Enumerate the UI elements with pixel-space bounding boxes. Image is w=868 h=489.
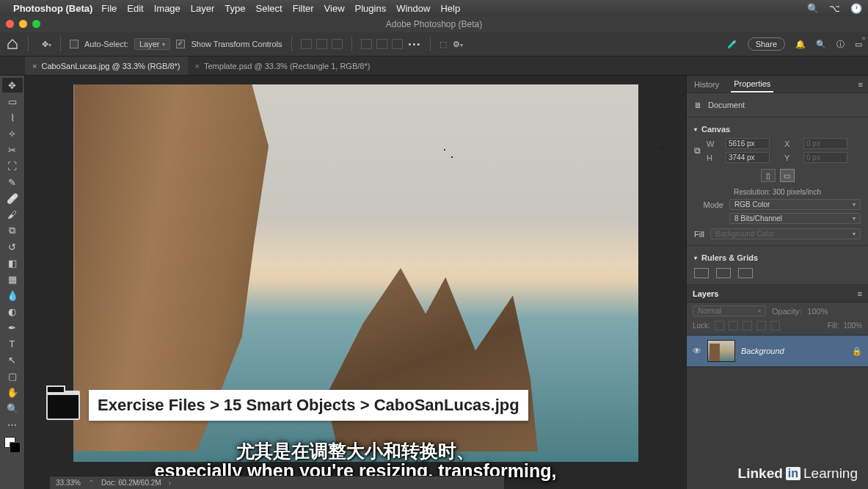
- lasso-tool[interactable]: ⌇: [2, 110, 23, 125]
- blend-mode-select[interactable]: Normal▾: [693, 305, 766, 316]
- doc-info[interactable]: Doc: 60.2M/60.2M: [101, 479, 161, 487]
- align-left-icon[interactable]: [301, 39, 312, 49]
- chevron-down-icon[interactable]: ▾: [694, 126, 697, 133]
- stamp-tool[interactable]: ⧉: [2, 223, 23, 238]
- tab-history[interactable]: History: [691, 77, 722, 92]
- menu-window[interactable]: Window: [396, 3, 430, 14]
- menu-edit[interactable]: Edit: [127, 3, 143, 14]
- portrait-button[interactable]: ▯: [761, 169, 776, 182]
- crop-tool[interactable]: ✂: [2, 142, 23, 157]
- align-right-icon[interactable]: [332, 39, 343, 49]
- lock-all-icon[interactable]: [756, 321, 766, 330]
- maximize-window-button[interactable]: [32, 20, 40, 28]
- align-bottom-icon[interactable]: [392, 39, 403, 49]
- menu-filter[interactable]: Filter: [293, 3, 314, 14]
- layer-thumbnail[interactable]: [707, 340, 735, 362]
- fill-select[interactable]: Background Color▾: [710, 228, 861, 239]
- healing-tool[interactable]: 🩹: [2, 191, 23, 206]
- lock-position-icon[interactable]: [729, 321, 738, 330]
- close-tab-icon[interactable]: ×: [32, 62, 37, 70]
- edit-toolbar[interactable]: ⋯: [2, 417, 23, 432]
- panel-menu-icon[interactable]: ≡: [858, 80, 864, 89]
- zoom-tool[interactable]: 🔍: [2, 401, 23, 416]
- lock-icon[interactable]: [770, 321, 780, 330]
- menu-view[interactable]: View: [324, 3, 345, 14]
- zoom-level[interactable]: 33.33%: [56, 479, 81, 487]
- layer-item[interactable]: 👁 Background 🔒: [687, 335, 868, 367]
- menu-select[interactable]: Select: [256, 3, 282, 14]
- canvas-area[interactable]: ↖ Exercise Files > 15 Smart Objects > Ca…: [25, 76, 686, 489]
- dodge-tool[interactable]: ◐: [2, 304, 23, 319]
- layer-name[interactable]: Background: [741, 347, 846, 355]
- mode-select[interactable]: RGB Color▾: [729, 199, 861, 210]
- menu-image[interactable]: Image: [154, 3, 180, 14]
- auto-select-checkbox[interactable]: [70, 40, 79, 48]
- panel-menu-icon[interactable]: ≡: [858, 289, 862, 298]
- collapse-panels-icon[interactable]: »: [859, 32, 868, 43]
- visibility-icon[interactable]: 👁: [693, 346, 701, 356]
- app-name[interactable]: Photoshop (Beta): [13, 3, 92, 14]
- layer-fill-value[interactable]: 100%: [843, 322, 862, 330]
- ruler-icon[interactable]: [694, 268, 709, 278]
- type-tool[interactable]: T: [2, 336, 23, 351]
- link-icon[interactable]: ⧉: [694, 145, 701, 156]
- history-brush-tool[interactable]: ↺: [2, 239, 23, 254]
- eyedropper-tool[interactable]: ✎: [2, 175, 23, 189]
- brush-tool[interactable]: 🖌: [2, 207, 23, 222]
- landscape-button[interactable]: ▭: [780, 169, 795, 182]
- lock-pixels-icon[interactable]: [715, 321, 724, 330]
- document-tab-active[interactable]: × CaboSanLucas.jpg @ 33.3% (RGB/8*): [25, 57, 188, 75]
- chevron-down-icon[interactable]: ▾: [694, 255, 697, 261]
- close-window-button[interactable]: [6, 20, 14, 28]
- bell-icon[interactable]: 🔔: [795, 40, 806, 49]
- document-tab[interactable]: × Template.psd @ 33.3% (Rectangle 1, RGB…: [188, 57, 378, 75]
- auto-select-dropdown[interactable]: Layer▾: [134, 38, 171, 50]
- align-center-h-icon[interactable]: [316, 39, 327, 49]
- tab-layers[interactable]: Layers: [693, 289, 718, 298]
- close-tab-icon[interactable]: ×: [195, 62, 200, 70]
- align-center-v-icon[interactable]: [376, 39, 387, 49]
- path-tool[interactable]: ↖: [2, 352, 23, 367]
- spotlight-icon[interactable]: 🔍: [807, 3, 819, 14]
- menu-help[interactable]: Help: [440, 3, 460, 14]
- search-icon[interactable]: 🔍: [816, 40, 826, 49]
- beaker-icon[interactable]: 🧪: [727, 40, 737, 49]
- hand-tool[interactable]: ✋: [2, 385, 23, 399]
- menu-type[interactable]: Type: [225, 3, 245, 14]
- pen-tool[interactable]: ✒: [2, 320, 23, 335]
- menu-file[interactable]: File: [101, 3, 117, 14]
- tab-properties[interactable]: Properties: [731, 76, 773, 93]
- gear-icon[interactable]: ⚙▾: [453, 40, 463, 49]
- more-options-icon[interactable]: •••: [409, 40, 422, 48]
- menu-layer[interactable]: Layer: [191, 3, 215, 14]
- eraser-tool[interactable]: ◧: [2, 256, 23, 270]
- lock-artboard-icon[interactable]: [743, 321, 752, 330]
- doc-info-caret-icon[interactable]: ›: [169, 479, 171, 487]
- lock-icon[interactable]: 🔒: [852, 347, 862, 356]
- color-swatches[interactable]: [4, 437, 21, 453]
- frame-tool[interactable]: ⛶: [2, 159, 23, 173]
- marquee-tool[interactable]: ▭: [2, 94, 23, 109]
- wand-tool[interactable]: ✧: [2, 126, 23, 141]
- clock-icon[interactable]: 🕐: [850, 3, 862, 14]
- show-transform-checkbox[interactable]: [176, 40, 185, 48]
- align-top-icon[interactable]: [361, 39, 372, 49]
- help-icon[interactable]: ⓘ: [836, 39, 845, 50]
- grid-icon[interactable]: [716, 268, 731, 278]
- move-tool[interactable]: ✥: [2, 78, 23, 93]
- control-center-icon[interactable]: ⌥: [829, 3, 840, 14]
- shape-tool[interactable]: ▢: [2, 369, 23, 383]
- blur-tool[interactable]: 💧: [2, 288, 23, 303]
- guides-icon[interactable]: [738, 268, 753, 278]
- minimize-window-button[interactable]: [19, 20, 27, 28]
- bits-select[interactable]: 8 Bits/Channel▾: [729, 213, 861, 224]
- zoom-caret-icon[interactable]: ⌃: [88, 479, 94, 487]
- height-input[interactable]: [726, 152, 770, 163]
- menu-plugins[interactable]: Plugins: [355, 3, 387, 14]
- gradient-tool[interactable]: ▦: [2, 272, 23, 286]
- 3d-mode-icon[interactable]: ⬚: [440, 40, 447, 49]
- home-icon[interactable]: [6, 38, 19, 50]
- width-input[interactable]: [726, 138, 770, 149]
- share-button[interactable]: Share: [748, 37, 785, 51]
- opacity-value[interactable]: 100%: [807, 307, 828, 316]
